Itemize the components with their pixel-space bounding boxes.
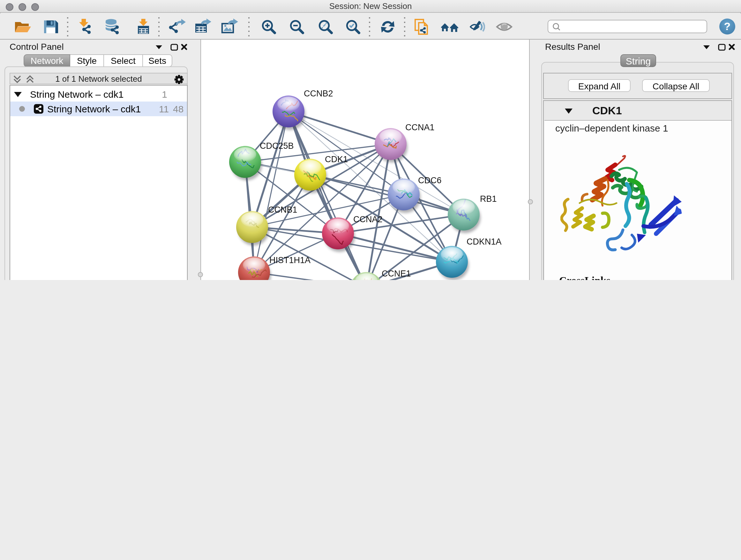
svg-text:CCNA2: CCNA2 [353,214,383,224]
svg-text:CCNE1: CCNE1 [382,269,411,278]
svg-text:HIST1H1A: HIST1H1A [269,255,311,265]
svg-text:CDC25B: CDC25B [260,141,294,151]
svg-text:CCNB2: CCNB2 [304,89,333,98]
svg-text:CCNA1: CCNA1 [405,123,434,132]
svg-text:CDK1: CDK1 [325,154,348,164]
svg-text:RB1: RB1 [480,194,497,204]
svg-text:CDC6: CDC6 [418,176,442,185]
svg-text:CCNB1: CCNB1 [268,205,297,214]
svg-text:CDKN1A: CDKN1A [467,237,502,246]
